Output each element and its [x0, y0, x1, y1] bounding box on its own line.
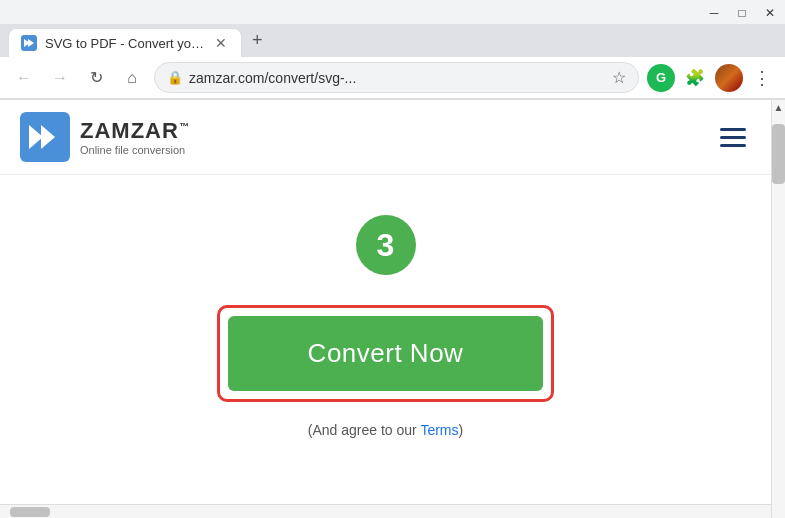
main-content: 3 Convert Now (And agree to our Terms) — [0, 175, 771, 468]
logo-arrow-svg — [27, 119, 63, 155]
window-controls: ─ □ ✕ — [707, 6, 777, 20]
hamburger-line-1 — [720, 128, 746, 131]
minimize-button[interactable]: ─ — [707, 6, 721, 20]
logo-name: ZAMZAR™ — [80, 118, 190, 144]
site-header: ZAMZAR™ Online file conversion — [0, 100, 771, 175]
url-text: zamzar.com/convert/svg-... — [189, 70, 606, 86]
browser-chrome: ─ □ ✕ SVG to PDF - Convert your SVG t ✕ … — [0, 0, 785, 100]
close-button[interactable]: ✕ — [763, 6, 777, 20]
scrollbar-up-arrow[interactable]: ▲ — [772, 100, 785, 114]
horizontal-scrollbar[interactable] — [0, 504, 771, 518]
hamburger-line-2 — [720, 136, 746, 139]
hamburger-line-3 — [720, 144, 746, 147]
extension-icons: G 🧩 ⋮ — [647, 64, 775, 92]
lock-icon: 🔒 — [167, 70, 183, 85]
trademark-symbol: ™ — [179, 121, 190, 132]
terms-text: (And agree to our Terms) — [308, 422, 463, 438]
page-content: ZAMZAR™ Online file conversion 3 Convert… — [0, 100, 771, 518]
tab-close-button[interactable]: ✕ — [213, 35, 229, 51]
bookmark-icon[interactable]: ☆ — [612, 68, 626, 87]
grammarly-extension-icon[interactable]: G — [647, 64, 675, 92]
tab-title: SVG to PDF - Convert your SVG t — [45, 36, 205, 51]
extensions-puzzle-icon[interactable]: 🧩 — [681, 64, 709, 92]
vertical-scrollbar[interactable]: ▲ ▼ — [771, 100, 785, 518]
hamburger-menu-button[interactable] — [715, 123, 751, 152]
forward-button[interactable]: → — [46, 64, 74, 92]
h-scrollbar-thumb[interactable] — [10, 507, 50, 517]
convert-button-wrapper: Convert Now — [217, 305, 555, 402]
new-tab-button[interactable]: + — [242, 24, 273, 57]
zamzar-logo: ZAMZAR™ Online file conversion — [20, 112, 190, 162]
title-bar: ─ □ ✕ — [0, 0, 785, 24]
convert-now-button[interactable]: Convert Now — [228, 316, 544, 391]
step-number-circle: 3 — [356, 215, 416, 275]
tab-bar: SVG to PDF - Convert your SVG t ✕ + — [0, 24, 785, 57]
logo-icon — [20, 112, 70, 162]
browser-menu-button[interactable]: ⋮ — [749, 67, 775, 89]
svg-marker-4 — [41, 125, 55, 149]
address-bar: ← → ↻ ⌂ 🔒 zamzar.com/convert/svg-... ☆ G… — [0, 57, 785, 99]
active-tab[interactable]: SVG to PDF - Convert your SVG t ✕ — [8, 28, 242, 57]
profile-avatar[interactable] — [715, 64, 743, 92]
tab-favicon-icon — [21, 35, 37, 51]
browser-body: ZAMZAR™ Online file conversion 3 Convert… — [0, 100, 785, 518]
refresh-button[interactable]: ↻ — [82, 64, 110, 92]
logo-text: ZAMZAR™ Online file conversion — [80, 118, 190, 156]
maximize-button[interactable]: □ — [735, 6, 749, 20]
back-button[interactable]: ← — [10, 64, 38, 92]
terms-link[interactable]: Terms — [420, 422, 458, 438]
url-box[interactable]: 🔒 zamzar.com/convert/svg-... ☆ — [154, 62, 639, 93]
home-button[interactable]: ⌂ — [118, 64, 146, 92]
logo-tagline: Online file conversion — [80, 144, 190, 156]
scrollbar-thumb[interactable] — [772, 124, 785, 184]
svg-marker-3 — [29, 125, 43, 149]
